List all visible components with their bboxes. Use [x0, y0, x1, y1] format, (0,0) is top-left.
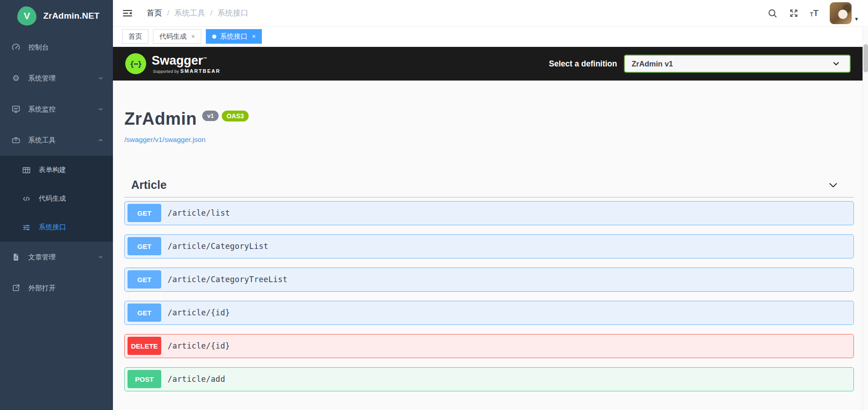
sidebar-item-external-open[interactable]: 外部打开: [0, 273, 113, 304]
tab-home[interactable]: 首页: [122, 29, 148, 44]
swagger-braces-icon: {⋯}: [125, 53, 146, 74]
select-definition-label: Select a definition: [549, 59, 617, 69]
endpoint-path: /article/CategoryTreeList: [168, 275, 287, 284]
sidebar-item-system-tools[interactable]: 系统工具: [0, 125, 113, 156]
definition-select[interactable]: ZrAdmin v1: [624, 55, 851, 73]
chevron-down-icon: [97, 106, 104, 112]
sidebar-item-label: 外部打开: [28, 284, 56, 293]
sidebar-item-system-manage[interactable]: ⚙ 系统管理: [0, 63, 113, 94]
gear-icon: ⚙: [11, 74, 20, 83]
sidebar-submenu-system-tools: 表单构建 代码生成: [0, 156, 113, 242]
sidebar-item-system-api[interactable]: 系统接口: [0, 213, 113, 242]
method-badge: DELETE: [128, 337, 161, 355]
table-icon: [22, 166, 31, 175]
sidebar-collapse-icon[interactable]: [122, 8, 133, 19]
breadcrumb-system-tools: 系统工具: [174, 8, 205, 18]
tags-view-bar: 首页 代码生成 × 系统接口 ×: [113, 26, 868, 47]
search-icon[interactable]: [767, 8, 777, 18]
font-size-big-t: T: [813, 9, 819, 17]
sidebar-item-label: 代码生成: [39, 194, 66, 203]
monitor-icon: [11, 105, 20, 114]
endpoint-row-get-category-list[interactable]: GET /article/CategoryList: [124, 234, 854, 258]
swagger-supported-by: Supported by SMARTBEAR: [153, 68, 220, 74]
swagger-ui: {⋯} Swagger™ Supported by SMARTBEAR Sele…: [113, 47, 868, 410]
spec-json-link[interactable]: /swagger/v1/swagger.json: [124, 136, 205, 144]
endpoint-path: /article/{id}: [168, 308, 230, 317]
api-title-row: ZrAdmin v1 OAS3: [124, 110, 854, 129]
tab-system-api[interactable]: 系统接口 ×: [206, 29, 262, 44]
sidebar-menu: 控制台 ⚙ 系统管理 系统监控: [0, 32, 113, 304]
breadcrumb-separator: /: [210, 9, 213, 18]
trademark: ™: [203, 56, 207, 61]
endpoint-path: /article/list: [168, 208, 230, 218]
close-icon[interactable]: ×: [252, 33, 255, 40]
endpoint-row-get-article-by-id[interactable]: GET /article/{id}: [124, 301, 854, 325]
version-badge: v1: [202, 111, 219, 121]
logo-letter: V: [24, 10, 30, 21]
definition-select-value: ZrAdmin v1: [632, 60, 673, 68]
code-icon: [22, 194, 31, 203]
swagger-wordmark: Swagger™: [152, 54, 220, 68]
sidebar-item-article-manage[interactable]: 文章管理: [0, 242, 113, 273]
app-logo[interactable]: V ZrAdmin.NET: [0, 0, 113, 32]
endpoint-row-delete-article-by-id[interactable]: DELETE /article/{id}: [124, 334, 854, 358]
top-navbar: 首页 / 系统工具 / 系统接口: [113, 0, 868, 26]
active-tab-dot: [212, 35, 216, 39]
swagger-topbar: {⋯} Swagger™ Supported by SMARTBEAR Sele…: [113, 47, 868, 81]
avatar[interactable]: [830, 2, 852, 24]
sidebar-item-form-builder[interactable]: 表单构建: [0, 156, 113, 184]
sidebar-item-label: 系统管理: [28, 74, 56, 83]
main-area: 首页 / 系统工具 / 系统接口: [113, 0, 868, 410]
breadcrumb-system-api: 系统接口: [217, 8, 248, 18]
external-link-icon: [11, 283, 20, 293]
tab-code-gen[interactable]: 代码生成 ×: [153, 29, 201, 44]
swagger-logo[interactable]: {⋯} Swagger™ Supported by SMARTBEAR: [125, 53, 220, 74]
chevron-down-icon[interactable]: [827, 179, 839, 191]
fullscreen-icon[interactable]: [789, 8, 799, 18]
sidebar-item-label: 系统接口: [39, 223, 66, 232]
sidebar: V ZrAdmin.NET 控制台 ⚙ 系统管理: [0, 0, 113, 410]
sidebar-item-label: 控制台: [28, 43, 49, 52]
logo-icon: V: [17, 6, 36, 25]
chevron-up-icon: [97, 137, 104, 143]
dashboard-icon: [11, 43, 20, 52]
chevron-down-icon: [97, 254, 104, 260]
font-size-small-t: T: [810, 12, 813, 17]
method-badge: GET: [128, 204, 161, 222]
endpoint-path: /article/CategoryList: [168, 242, 268, 251]
sidebar-item-label: 文章管理: [28, 253, 56, 262]
endpoint-path: /article/{id}: [168, 341, 230, 350]
sidebar-item-system-monitor[interactable]: 系统监控: [0, 94, 113, 125]
endpoint-row-get-article-list[interactable]: GET /article/list: [124, 201, 854, 225]
sidebar-item-code-gen[interactable]: 代码生成: [0, 184, 113, 213]
endpoint-row-post-article-add[interactable]: POST /article/add: [124, 367, 854, 391]
tab-label: 首页: [128, 32, 142, 41]
sidebar-item-label: 系统监控: [28, 105, 56, 114]
oas3-badge: OAS3: [222, 111, 248, 121]
method-badge: GET: [128, 270, 161, 289]
tab-label: 系统接口: [220, 32, 247, 41]
tag-section-article[interactable]: Article: [124, 178, 854, 197]
chevron-down-icon: [97, 75, 104, 81]
sidebar-item-dashboard[interactable]: 控制台: [0, 32, 113, 63]
breadcrumb-home[interactable]: 首页: [147, 8, 162, 18]
sidebar-item-label: 表单构建: [39, 166, 66, 174]
endpoint-path: /article/add: [168, 375, 225, 384]
font-size-icon[interactable]: TT: [810, 9, 819, 17]
vertical-scrollbar[interactable]: [863, 26, 868, 410]
caret-down-icon[interactable]: ▾: [855, 15, 858, 24]
method-badge: POST: [128, 370, 161, 388]
endpoint-row-get-category-tree-list[interactable]: GET /article/CategoryTreeList: [124, 268, 854, 292]
document-icon: [11, 253, 20, 262]
sidebar-item-label: 系统工具: [28, 136, 56, 145]
section-title: Article: [131, 178, 167, 192]
scrollbar-thumb[interactable]: [863, 44, 868, 72]
swagger-braces-glyph: {⋯}: [130, 60, 142, 68]
sliders-icon: [22, 223, 31, 232]
app-root: V ZrAdmin.NET 控制台 ⚙ 系统管理: [0, 0, 868, 410]
tab-label: 代码生成: [159, 32, 187, 41]
close-icon[interactable]: ×: [191, 33, 195, 40]
method-badge: GET: [128, 237, 161, 255]
app-title: ZrAdmin.NET: [43, 11, 100, 21]
swagger-body: ZrAdmin v1 OAS3 /swagger/v1/swagger.json…: [113, 110, 868, 391]
